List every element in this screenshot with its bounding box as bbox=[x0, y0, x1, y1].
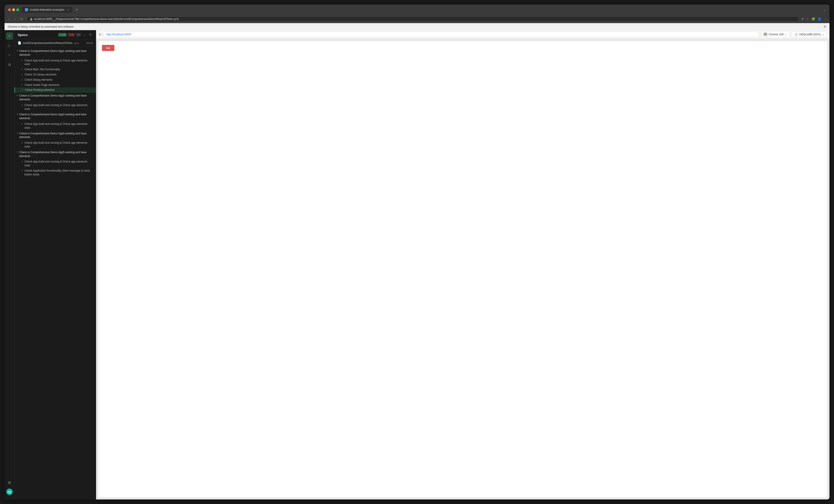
test-1-4[interactable]: ✓ Check Dialog elements bbox=[15, 77, 96, 83]
sidebar-bottom: ⌘ cy bbox=[6, 479, 13, 497]
bookmark-button[interactable]: ☆ bbox=[806, 17, 809, 21]
sidebar-icon-specs[interactable]: ≡ bbox=[6, 32, 13, 40]
close-traffic-light[interactable] bbox=[8, 8, 11, 11]
browser-dropdown-icon: ⌄ bbox=[785, 33, 787, 36]
extensions-button[interactable]: 🧩 bbox=[811, 17, 815, 21]
nav-bar: ‹ › ↻ 🔒 localhost:3005/__/#/specs/runner… bbox=[4, 15, 830, 23]
cypress-logo-text: cy bbox=[8, 490, 11, 494]
test-2-1-name: Check App build and running & Check app … bbox=[24, 103, 93, 111]
traffic-lights bbox=[8, 8, 19, 11]
test-pass-icon: ✓ bbox=[21, 104, 23, 107]
debug-icon: ≈ bbox=[8, 53, 10, 57]
tab-favicon bbox=[25, 8, 28, 11]
cypress-logo[interactable]: cy bbox=[6, 488, 13, 495]
viewport-dropdown-icon: ⌄ bbox=[822, 33, 824, 36]
test-pass-icon: ✓ bbox=[21, 78, 23, 81]
test-5-1[interactable]: ✓ Check App build and running & Check ap… bbox=[15, 159, 96, 168]
bar-button[interactable]: bar bbox=[102, 45, 114, 51]
main-content: ≡ ▷ ≈ ⚙ ⌘ cy Specs bbox=[4, 30, 830, 500]
minimize-traffic-light[interactable] bbox=[12, 8, 15, 11]
test-3-1[interactable]: ✓ Check App build and running & Check ap… bbox=[15, 122, 96, 131]
suite-5-name: Check is Comprehensive Demo App5 working… bbox=[19, 151, 93, 158]
test-pass-icon: ✓ bbox=[21, 88, 24, 91]
preview-url-bar[interactable]: http://localhost:3005/ bbox=[104, 32, 759, 37]
suite-2-title[interactable]: ▾ Check is Comprehensive Demo App2 worki… bbox=[15, 93, 96, 103]
suite-2-chevron-icon: ▾ bbox=[17, 94, 18, 96]
test-2-1[interactable]: ✓ Check App build and running & Check ap… bbox=[15, 103, 96, 112]
suite-5-chevron-icon: ▾ bbox=[17, 151, 18, 153]
suite-1-title[interactable]: ▾ Check is Comprehensive Demo App1 worki… bbox=[15, 48, 96, 58]
preview-url-text: http://localhost:3005/ bbox=[106, 33, 131, 36]
sidebar-icon-runs[interactable]: ▷ bbox=[6, 42, 13, 49]
cypress-panel: Specs ✓ 11 ✕ 0 · · ⌄ ↻ bbox=[15, 30, 96, 500]
test-pass-icon: ✓ bbox=[21, 141, 23, 144]
sidebar-icon-debug[interactable]: ≈ bbox=[6, 51, 13, 59]
test-1-1[interactable]: ✓ Check App build and running & Check ap… bbox=[15, 58, 96, 67]
new-tab-button[interactable]: + bbox=[74, 7, 79, 12]
sidebar-icon-settings[interactable]: ⚙ bbox=[6, 61, 13, 68]
test-1-3[interactable]: ✓ Check UI Library elements bbox=[15, 72, 96, 77]
test-pass-icon: ✓ bbox=[21, 83, 23, 87]
nav-actions: ⬆ ☆ 🧩 👤 ⋮ bbox=[801, 17, 827, 21]
suite-3-title[interactable]: ▾ Check is Comprehensive Demo App3 worki… bbox=[15, 111, 96, 122]
window-expand-icon[interactable]: ⌄ bbox=[823, 8, 826, 12]
test-5-2[interactable]: ✓ Check Application functionality (Alert… bbox=[15, 168, 96, 177]
suite-4-title[interactable]: ▾ Check is Comprehensive Demo App4 worki… bbox=[15, 131, 96, 140]
pending-badge: · · bbox=[76, 33, 81, 36]
title-bar: module-federation-examples ✕ + ⌄ bbox=[4, 4, 830, 15]
reload-button[interactable]: ↻ bbox=[88, 32, 93, 37]
tab-title: module-federation-examples bbox=[30, 8, 64, 11]
url-reload-icon[interactable]: ↻ bbox=[99, 32, 102, 36]
suite-5: ▾ Check is Comprehensive Demo App5 worki… bbox=[15, 149, 96, 177]
fail-badge: ✕ 0 bbox=[68, 33, 75, 37]
active-tab[interactable]: module-federation-examples ✕ bbox=[22, 7, 72, 13]
test-1-5[interactable]: ✓ Check Svelte Page elements bbox=[15, 83, 96, 88]
test-pass-icon: ✓ bbox=[21, 123, 23, 126]
viewport-icon: ⬜ bbox=[794, 33, 798, 36]
panel-title: Specs bbox=[18, 33, 28, 37]
profile-button[interactable]: 👤 bbox=[817, 17, 821, 21]
test-5-1-name: Check App build and running & Check app … bbox=[24, 160, 93, 168]
browser-window: module-federation-examples ✕ + ⌄ ‹ › ↻ 🔒… bbox=[4, 4, 830, 500]
sidebar-icon-keyboard[interactable]: ⌘ bbox=[6, 479, 13, 486]
preview-toolbar: ↻ http://localhost:3005/ Chrome 109 ⌄ ⬜ … bbox=[96, 30, 830, 39]
file-name-text: runAllComprehensiveDemoReact16Tests bbox=[23, 42, 72, 45]
test-1-2[interactable]: ✓ Check Main Tab Functionality bbox=[15, 67, 96, 72]
automation-banner-close-button[interactable]: ✕ bbox=[824, 24, 826, 29]
browser-badge[interactable]: Chrome 109 ⌄ bbox=[761, 31, 790, 37]
specs-icon: ≡ bbox=[8, 34, 10, 38]
file-icon: 📄 bbox=[18, 41, 21, 45]
share-button[interactable]: ⬆ bbox=[801, 17, 804, 21]
suite-5-title[interactable]: ▾ Check is Comprehensive Demo App5 worki… bbox=[15, 149, 96, 159]
automation-banner-text: Chrome is being controlled by automated … bbox=[8, 25, 74, 28]
forward-button[interactable]: › bbox=[13, 17, 17, 22]
cypress-preview: ↻ http://localhost:3005/ Chrome 109 ⌄ ⬜ … bbox=[96, 30, 830, 500]
preview-content: bar bbox=[98, 41, 827, 497]
automation-banner: Chrome is being controlled by automated … bbox=[4, 23, 830, 30]
address-bar[interactable]: 🔒 localhost:3005/__/#/specs/runner?file=… bbox=[26, 16, 799, 22]
suite-4-chevron-icon: ▾ bbox=[17, 132, 18, 134]
test-pass-icon: ✓ bbox=[21, 169, 23, 172]
file-header: 📄 runAllComprehensiveDemoReact16Tests cy… bbox=[15, 39, 96, 47]
tab-close-button[interactable]: ✕ bbox=[67, 8, 69, 11]
viewport-badge[interactable]: ⬜ 1920x1080 (61%) ⌄ bbox=[792, 32, 827, 37]
test-tree: ▾ Check is Comprehensive Demo App1 worki… bbox=[15, 47, 96, 500]
test-4-1[interactable]: ✓ Check App build and running & Check ap… bbox=[15, 140, 96, 149]
suite-1: ▾ Check is Comprehensive Demo App1 worki… bbox=[15, 48, 96, 93]
suite-2-name: Check is Comprehensive Demo App2 working… bbox=[19, 94, 93, 102]
test-pass-icon: ✓ bbox=[21, 73, 23, 76]
refresh-button[interactable]: ↻ bbox=[19, 17, 24, 22]
suite-1-chevron-icon: ▾ bbox=[17, 49, 18, 52]
dropdown-button[interactable]: ⌄ bbox=[82, 32, 87, 37]
menu-button[interactable]: ⋮ bbox=[824, 17, 827, 21]
test-1-4-name: Check Dialog elements bbox=[24, 78, 93, 82]
lock-icon: 🔒 bbox=[30, 18, 33, 21]
pass-badge: ✓ 11 bbox=[58, 33, 66, 37]
test-3-1-name: Check App build and running & Check app … bbox=[24, 122, 93, 130]
settings-icon: ⚙ bbox=[8, 63, 11, 67]
back-button[interactable]: ‹ bbox=[7, 17, 11, 22]
viewport-label: 1920x1080 (61%) bbox=[799, 33, 820, 36]
maximize-traffic-light[interactable] bbox=[16, 8, 19, 11]
suite-3-chevron-icon: ▾ bbox=[17, 113, 18, 115]
test-1-6[interactable]: ✓ Check Routing elements bbox=[15, 87, 96, 93]
